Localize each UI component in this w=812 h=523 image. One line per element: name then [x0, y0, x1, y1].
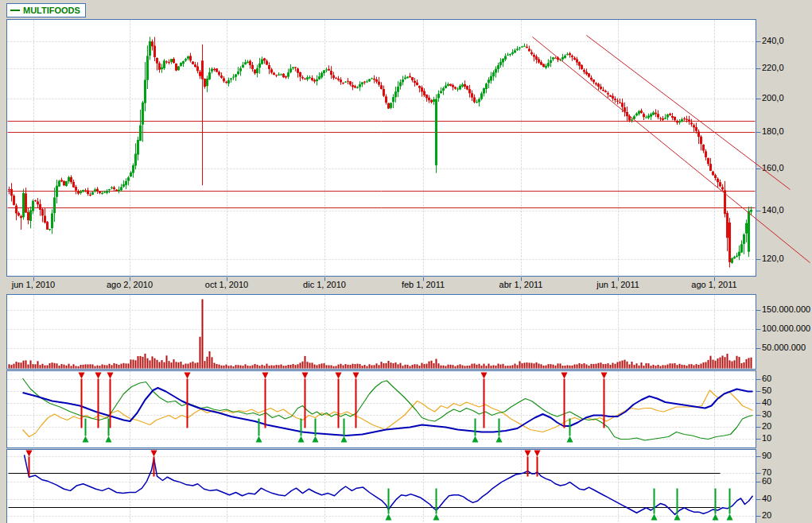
dmi-tick-label: 30 [762, 409, 771, 420]
series-line-swatch-icon [10, 10, 20, 11]
dmi-tick-label: 50 [762, 385, 771, 396]
price-tick-label: 200,0 [762, 93, 784, 103]
date-tick-label: abr 1, 2011 [489, 280, 553, 290]
oscillator-tick-label: 40 [762, 494, 771, 504]
price-tick-label: 160,0 [762, 163, 784, 173]
oscillator-panel[interactable] [6, 449, 756, 523]
dmi-tick-label: 20 [762, 421, 771, 432]
price-tick-label: 180,0 [762, 126, 784, 137]
series-legend-label: MULTIFOODS [23, 6, 80, 15]
dmi-tick-label: 40 [762, 397, 771, 408]
date-tick-label: feb 1, 2011 [391, 280, 455, 290]
date-tick-label: oct 1, 2010 [195, 280, 258, 290]
oscillator-tick-label: 90 [762, 451, 771, 461]
dmi-tick-label: 10 [762, 433, 771, 444]
price-tick-label: 140,0 [762, 205, 784, 215]
price-tick-label: 240,0 [762, 36, 784, 46]
volume-tick-label: 50.000.000 [762, 343, 806, 353]
volume-panel[interactable] [6, 294, 756, 370]
dmi-indicator-panel[interactable] [6, 370, 756, 448]
date-tick-label: jun 1, 2010 [2, 280, 65, 290]
dmi-tick-label: 60 [762, 374, 771, 384]
oscillator-tick-label: 20 [762, 510, 771, 521]
date-tick-label: ago 2, 2010 [98, 280, 161, 290]
volume-tick-label: 150.000.000 [762, 304, 810, 315]
price-chart-panel[interactable] [6, 19, 756, 277]
price-tick-label: 120,0 [762, 254, 784, 264]
series-legend[interactable]: MULTIFOODS [6, 3, 86, 17]
date-tick-label: jun 1, 2011 [586, 280, 650, 290]
date-tick-label: ago 1, 2011 [682, 280, 746, 290]
price-tick-label: 220,0 [762, 63, 784, 73]
date-tick-label: dic 1, 2010 [293, 280, 356, 290]
chart-application-window: MULTIFOODS jun 1, 2010ago 2, 2010oct 1, … [0, 0, 812, 523]
volume-tick-label: 100.000.000 [762, 323, 810, 334]
oscillator-tick-label: 60 [762, 476, 771, 486]
